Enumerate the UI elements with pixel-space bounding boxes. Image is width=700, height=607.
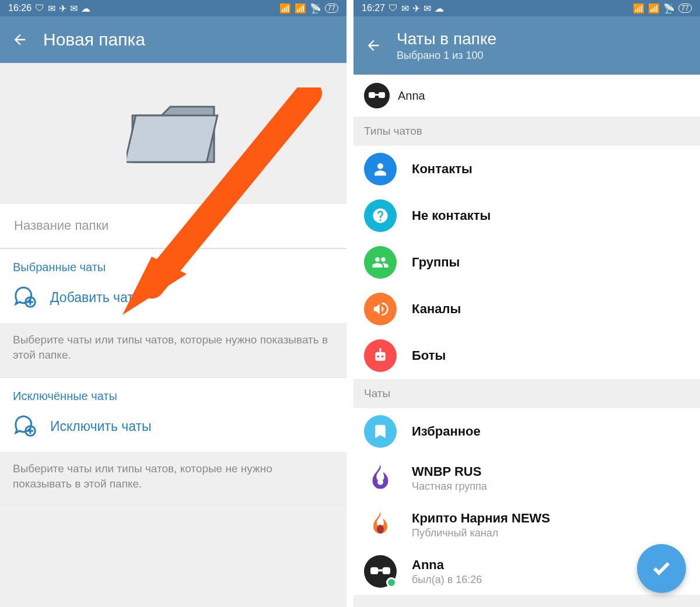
- exclude-chat-icon: [13, 413, 36, 439]
- status-bar: 16:27 🛡 ✉ ✈ ✉ ☁ 📶 📶 📡 77: [354, 0, 700, 16]
- status-time: 16:26: [8, 3, 32, 13]
- folder-illustration: [0, 63, 346, 203]
- status-bar: 16:26 🛡 ✉ ✈ ✉ ☁ 📶 📶 📡 77: [0, 0, 346, 16]
- exclude-chats-button[interactable]: Исключить чаты: [0, 408, 346, 452]
- folder-icon: [127, 92, 220, 174]
- status-send-icon: ✈: [412, 3, 420, 14]
- status-mail2-icon: ✉: [70, 3, 78, 14]
- status-shield-icon: 🛡: [388, 3, 398, 13]
- chat-subtitle: был(а) в 16:26: [412, 574, 482, 586]
- robot-icon: [364, 339, 397, 372]
- status-wifi-icon: 📡: [663, 3, 675, 14]
- chat-type-label: Каналы: [412, 301, 461, 317]
- chat-title: Anna: [412, 557, 482, 573]
- chat-type-label: Группы: [412, 255, 460, 270]
- back-button[interactable]: [7, 27, 33, 52]
- svg-rect-6: [375, 352, 386, 361]
- status-mail-icon: ✉: [401, 3, 409, 14]
- svg-rect-13: [383, 567, 390, 574]
- app-bar: Новая папка: [0, 16, 346, 63]
- svg-rect-3: [369, 92, 375, 98]
- exclude-chats-label: Исключить чаты: [50, 419, 152, 434]
- sunglasses-icon: [369, 91, 385, 100]
- chat-title: WNBP RUS: [412, 464, 487, 479]
- chat-subtitle: Публичный канал: [412, 527, 550, 539]
- status-wifi-icon: 📡: [310, 3, 321, 14]
- selected-header: Выбранные чаты: [0, 249, 346, 279]
- chat-type-row[interactable]: Контакты: [354, 146, 700, 192]
- chat-type-row[interactable]: Группы: [354, 239, 700, 286]
- chat-avatar: [364, 508, 397, 541]
- status-send-icon: ✈: [59, 3, 66, 14]
- svg-point-8: [382, 355, 384, 357]
- status-signal-icon: 📶: [633, 3, 645, 14]
- chat-row[interactable]: WNBP RUS Частная группа: [354, 455, 700, 501]
- page-title: Чаты в папке: [397, 30, 496, 48]
- excluded-chats-section: Исключённые чаты Исключить чаты: [0, 377, 346, 452]
- question-icon: [364, 199, 397, 232]
- screen-new-folder: 16:26 🛡 ✉ ✈ ✉ ☁ 📶 📶 📡 77 Новая папка: [0, 0, 346, 607]
- add-chats-label: Добавить чаты: [50, 290, 143, 306]
- chip-name: Anna: [398, 89, 425, 103]
- chat-types-header: Типы чатов: [354, 117, 700, 146]
- status-cloud-icon: ☁: [81, 3, 90, 14]
- chat-row[interactable]: Избранное: [354, 408, 700, 455]
- svg-rect-4: [379, 92, 385, 98]
- chat-subtitle: Частная группа: [412, 480, 487, 493]
- megaphone-icon: [364, 293, 397, 325]
- status-mail-icon: ✉: [48, 3, 55, 14]
- status-cloud-icon: ☁: [435, 3, 444, 14]
- online-indicator: [386, 577, 397, 588]
- status-shield-icon: 🛡: [35, 3, 44, 13]
- folder-name-row[interactable]: [0, 203, 346, 248]
- add-chat-icon: [13, 285, 36, 310]
- svg-rect-12: [370, 567, 378, 574]
- chat-row[interactable]: Крипто Нарния NEWS Публичный канал: [354, 501, 700, 548]
- status-mail2-icon: ✉: [424, 3, 431, 14]
- page-title: Новая папка: [43, 30, 145, 50]
- selected-help: Выберите чаты или типы чатов, которые ну…: [0, 323, 346, 377]
- chat-type-label: Контакты: [412, 162, 473, 177]
- app-bar: Чаты в папке Выбрано 1 из 100: [354, 16, 700, 75]
- svg-rect-14: [378, 569, 382, 571]
- chat-title: Крипто Нарния NEWS: [412, 511, 550, 526]
- status-signal2-icon: 📶: [648, 3, 660, 14]
- confirm-fab[interactable]: [637, 544, 686, 593]
- status-signal-icon: 📶: [279, 3, 291, 14]
- status-battery: 77: [325, 3, 338, 13]
- back-button[interactable]: [360, 33, 386, 58]
- page-subtitle: Выбрано 1 из 100: [397, 50, 496, 62]
- status-battery: 77: [678, 3, 692, 13]
- chat-avatar: [364, 555, 397, 588]
- selected-chats-section: Выбранные чаты Добавить чаты: [0, 248, 346, 323]
- chat-type-row[interactable]: Боты: [354, 332, 700, 379]
- arrow-left-icon: [12, 31, 28, 48]
- check-icon: [651, 558, 672, 579]
- svg-rect-5: [375, 94, 379, 96]
- status-signal2-icon: 📶: [295, 3, 306, 14]
- chat-avatar: [364, 462, 397, 494]
- svg-point-9: [379, 348, 382, 350]
- group-icon: [364, 246, 397, 279]
- add-chats-button[interactable]: Добавить чаты: [0, 279, 346, 323]
- chat-type-label: Не контакты: [412, 208, 491, 223]
- excluded-header: Исключённые чаты: [0, 378, 346, 408]
- screen-chats-in-folder: 16:27 🛡 ✉ ✈ ✉ ☁ 📶 📶 📡 77 Чаты в папке Вы…: [354, 0, 700, 607]
- svg-point-7: [377, 355, 379, 357]
- chat-title: Избранное: [412, 424, 481, 439]
- chat-type-row[interactable]: Каналы: [354, 286, 700, 332]
- chip-avatar[interactable]: [364, 83, 390, 108]
- chat-type-row[interactable]: Не контакты: [354, 192, 700, 239]
- arrow-left-icon: [365, 37, 382, 54]
- svg-point-11: [377, 525, 384, 534]
- chat-type-label: Боты: [412, 348, 446, 363]
- person-icon: [364, 153, 397, 185]
- status-time: 16:27: [362, 3, 385, 13]
- excluded-help: Выберите чаты или типы чатов, которые не…: [0, 452, 346, 506]
- bookmark-icon: [364, 415, 397, 448]
- folder-name-input[interactable]: [13, 217, 334, 234]
- selected-chip-row: Anna: [354, 75, 700, 117]
- chats-header: Чаты: [354, 379, 700, 408]
- svg-point-10: [377, 479, 383, 485]
